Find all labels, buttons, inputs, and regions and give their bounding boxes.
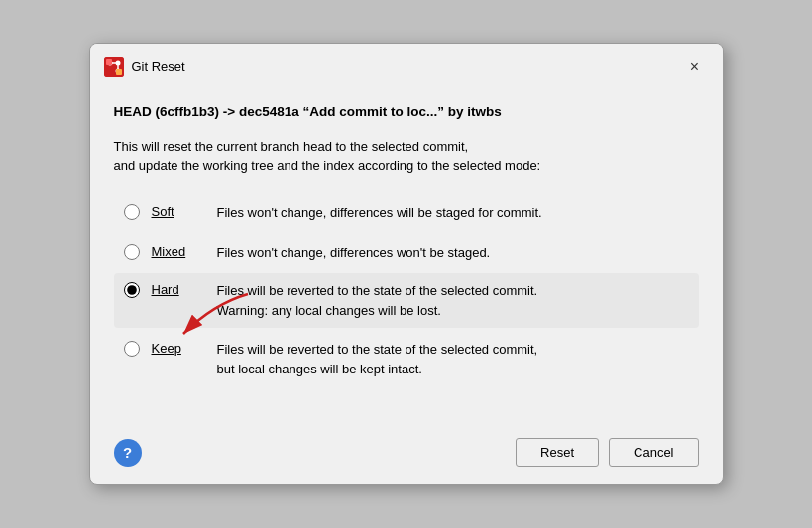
radio-hard-container [124,282,140,298]
radio-keep-container [124,341,140,357]
radio-mixed[interactable] [124,244,140,260]
radio-keep[interactable] [124,341,140,357]
radio-soft[interactable] [124,204,140,220]
dialog-body: HEAD (6cffb1b3) -> dec5481a “Add commit … [90,89,723,429]
git-icon [104,57,124,77]
radio-mixed-container [124,244,140,260]
svg-point-2 [115,68,120,73]
commit-author: by itwbs [448,104,502,119]
description-text: This will reset the current branch head … [114,137,699,175]
desc-soft: Files won't change, differences will be … [217,203,542,223]
commit-info: HEAD (6cffb1b3) -> dec5481a “Add commit … [114,103,699,122]
title-bar: Git Reset × [90,44,723,89]
arrow-symbol: -> [223,104,235,119]
help-button[interactable]: ? [114,439,142,467]
option-hard[interactable]: Hard Files will be reverted to the state… [114,273,699,328]
desc-mixed: Files won't change, differences won't be… [217,243,491,263]
option-keep[interactable]: Keep Files will be reverted to the state… [114,332,699,386]
option-mixed[interactable]: Mixed Files won't change, differences wo… [114,235,699,270]
title-bar-left: Git Reset [104,57,185,77]
desc-hard: Files will be reverted to the state of t… [217,281,538,320]
label-keep: Keep [152,341,201,356]
svg-point-1 [107,60,112,65]
commit-hash: dec5481a [239,104,299,119]
radio-soft-container [124,204,140,220]
close-button[interactable]: × [681,53,709,81]
svg-rect-0 [104,57,124,77]
label-soft: Soft [152,204,201,219]
option-soft[interactable]: Soft Files won't change, differences wil… [114,195,699,231]
commit-message: “Add commit to loc...” [303,104,445,119]
desc-keep: Files will be reverted to the state of t… [217,340,538,378]
options-list: Soft Files won't change, differences wil… [114,195,699,386]
git-reset-dialog: Git Reset × HEAD (6cffb1b3) -> dec5481a … [89,43,724,486]
reset-button[interactable]: Reset [516,438,599,467]
label-mixed: Mixed [152,244,201,259]
head-ref: HEAD (6cffb1b3) [114,104,220,119]
label-hard: Hard [152,282,201,297]
cancel-button[interactable]: Cancel [609,438,698,467]
dialog-title: Git Reset [132,59,185,74]
radio-hard[interactable] [124,282,140,298]
footer-buttons: Reset Cancel [516,438,698,467]
footer: ? Reset Cancel [90,428,723,484]
